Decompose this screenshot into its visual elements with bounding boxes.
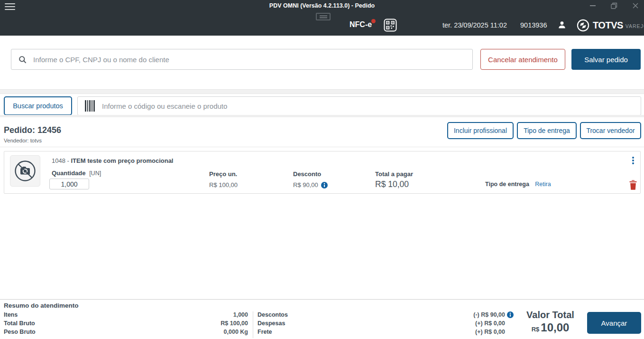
unit-price-column: Preço un. R$ 100,00	[209, 170, 238, 188]
discount-label: Desconto	[293, 170, 328, 178]
client-search-input[interactable]	[33, 56, 466, 64]
grand-total-label: Valor Total	[523, 310, 578, 320]
total-column: Total a pagar R$ 10,00	[375, 170, 413, 189]
section-divider	[0, 89, 644, 94]
qr-code-icon[interactable]	[384, 19, 397, 32]
nfce-label: NFC-e	[350, 20, 372, 28]
summary-title: Resumo do atendimento	[4, 302, 79, 309]
summary-label: Total Bruto	[4, 320, 35, 327]
restore-window-icon[interactable]	[611, 2, 617, 9]
quantity-label: Quantidade [UN]	[52, 170, 101, 177]
brand-logo: TOTVS VAREJO	[577, 19, 644, 32]
summary-label: Frete	[258, 329, 272, 335]
kebab-menu-icon[interactable]	[629, 155, 637, 166]
summary-value: (-) R$ 90,00	[473, 311, 505, 318]
close-icon[interactable]	[632, 2, 639, 9]
summary-value: 1,000	[233, 311, 248, 318]
advance-button[interactable]: Avançar	[587, 312, 641, 334]
barcode-icon	[85, 100, 95, 112]
terminal-number: 9013936	[520, 21, 547, 29]
grand-total-value: 10,00	[541, 321, 569, 334]
summary-label: Despesas	[258, 320, 285, 327]
summary-label: Itens	[4, 311, 18, 318]
summary-bar: Resumo do atendimento Itens 1,000 Total …	[0, 299, 644, 339]
delivery-type-button[interactable]: Tipo de entrega	[517, 122, 577, 139]
nfce-status-dot	[371, 19, 376, 23]
unit-label: [UN]	[89, 170, 101, 177]
header-datetime: ter. 23/09/2025 11:02	[442, 21, 507, 29]
summary-divider	[253, 311, 253, 338]
total-value: R$ 10,00	[375, 179, 413, 189]
barcode-input[interactable]	[102, 102, 634, 110]
cancel-service-button[interactable]: Cancelar atendimento	[480, 49, 565, 70]
quantity-label-text: Quantidade	[52, 170, 86, 177]
item-name: 1048 - ITEM teste com preço promocional	[52, 157, 173, 164]
include-professional-button[interactable]: Incluir profissional	[447, 122, 514, 139]
window-title: PDV OMNI (Versão 4.2.113.0) - Pedido	[0, 2, 644, 9]
summary-label: Descontos	[258, 311, 288, 318]
summary-row-itens: Itens 1,000	[4, 311, 248, 319]
no-photo-icon	[14, 160, 37, 182]
item-description: ITEM teste com preço promocional	[71, 157, 173, 164]
brand-name: TOTVS	[593, 20, 623, 31]
trash-icon[interactable]	[628, 179, 638, 190]
summary-right-column: Descontos (-) R$ 90,00 Despesas (+) R$ 0…	[258, 311, 514, 336]
order-title: Pedido: 12456	[4, 125, 61, 135]
cash-drawer-icon[interactable]	[316, 13, 331, 20]
delivery-type: Tipo de entrega Retira	[485, 181, 551, 188]
summary-value: (+) R$ 0,00	[475, 320, 514, 327]
minimize-icon[interactable]	[589, 2, 596, 9]
product-image-placeholder	[10, 155, 40, 187]
summary-value: R$ 100,00	[221, 320, 248, 327]
nfce-toggle[interactable]: NFC-e	[350, 20, 372, 29]
grand-total-currency: R$	[532, 326, 540, 333]
unit-price-value: R$ 100,00	[209, 181, 238, 188]
search-products-button[interactable]: Buscar produtos	[4, 96, 72, 115]
total-label: Total a pagar	[375, 170, 413, 178]
brand-suffix: VAREJO	[626, 23, 644, 29]
order-seller: Vendedor: totvs	[4, 138, 42, 143]
change-seller-button[interactable]: Trocar vendedor	[580, 122, 641, 139]
delivery-type-link[interactable]: Retira	[535, 181, 551, 188]
discounts-info-icon[interactable]	[507, 311, 514, 318]
grand-total: Valor Total R$10,00	[523, 310, 578, 334]
totvs-logo-icon	[577, 19, 589, 32]
section-divider	[0, 115, 644, 117]
summary-row-descontos: Descontos (-) R$ 90,00	[258, 311, 514, 319]
summary-value: 0,000 Kg	[224, 329, 248, 335]
save-order-button[interactable]: Salvar pedido	[571, 49, 641, 70]
discount-column: Desconto R$ 90,00	[293, 170, 328, 188]
order-item-row: 1048 - ITEM teste com preço promocional …	[4, 151, 641, 194]
summary-row-frete: Frete (+) R$ 0,00	[258, 328, 514, 336]
user-icon[interactable]	[557, 20, 567, 29]
unit-price-label: Preço un.	[209, 170, 238, 178]
delivery-type-label: Tipo de entrega	[485, 181, 529, 188]
summary-value: (+) R$ 0,00	[475, 329, 514, 335]
discount-value: R$ 90,00	[293, 181, 318, 188]
client-section: Cancelar atendimento Salvar pedido	[0, 36, 644, 89]
window-controls	[589, 2, 639, 9]
summary-row-peso-bruto: Peso Bruto 0,000 Kg	[4, 328, 248, 336]
quantity-input[interactable]	[49, 179, 89, 189]
item-code: 1048 -	[52, 157, 71, 164]
summary-row-despesas: Despesas (+) R$ 0,00	[258, 319, 514, 328]
client-search-box	[11, 49, 473, 70]
titlebar: PDV OMNI (Versão 4.2.113.0) - Pedido NFC…	[0, 0, 644, 36]
summary-left-column: Itens 1,000 Total Bruto R$ 100,00 Peso B…	[4, 311, 248, 336]
summary-row-total-bruto: Total Bruto R$ 100,00	[4, 319, 248, 328]
barcode-search-box	[77, 96, 641, 115]
summary-label: Peso Bruto	[4, 329, 36, 335]
section-divider	[0, 147, 644, 147]
search-icon	[18, 55, 27, 64]
discount-info-icon[interactable]	[321, 182, 328, 188]
